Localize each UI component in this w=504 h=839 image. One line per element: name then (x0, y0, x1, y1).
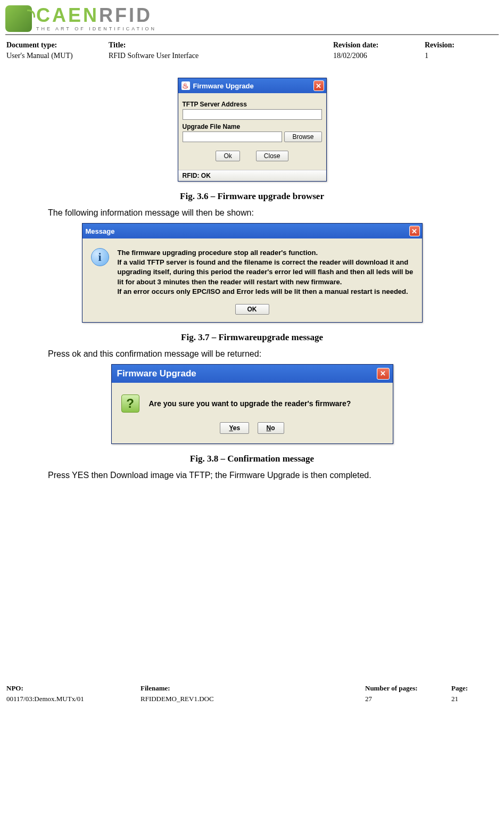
doc-type-value: User's Manual (MUT) (6, 51, 108, 61)
yes-button[interactable]: Yes (220, 422, 249, 434)
confirm-text: Are you sure you want to upgrade the rea… (149, 399, 351, 408)
tftp-label: TFTP Server Address (183, 101, 322, 108)
status-bar: RFID: OK (178, 170, 326, 181)
logo-header: CAENRFID THE ART OF IDENTIFICATION (5, 5, 499, 35)
question-icon: ? (121, 394, 139, 413)
close-icon[interactable]: ✕ (409, 226, 420, 236)
page-label: Page: (451, 684, 498, 693)
titlebar: Message ✕ (82, 224, 422, 238)
filename-label: Filename: (141, 684, 364, 693)
doc-footer-table: NPO: Filename: Number of pages: Page: 00… (5, 682, 499, 705)
ok-button[interactable]: OK (235, 304, 269, 315)
num-pages-label: Number of pages: (365, 684, 450, 693)
titlebar: Firmware Upgrade ✕ (112, 365, 393, 383)
info-icon: i (91, 248, 109, 266)
ok-button[interactable]: Ok (216, 151, 239, 161)
close-icon[interactable]: ✕ (377, 368, 390, 380)
rev-date-value: 18/02/2006 (333, 51, 424, 61)
npo-value: 00117/03:Demox.MUTx/01 (6, 694, 139, 704)
dialog-title: Message (86, 227, 115, 235)
figure-3-6-caption: Fig. 3.6 – Firmware upgrade browser (48, 191, 456, 202)
upgrade-file-label: Upgrade File Name (183, 123, 322, 130)
confirm-dialog: Firmware Upgrade ✕ ? Are you sure you wa… (111, 364, 393, 444)
doc-type-label: Document type: (6, 40, 108, 50)
paragraph-1: The following information message will t… (48, 208, 456, 218)
title-value: RFID Software User Interface (109, 51, 332, 61)
figure-3-8-caption: Fig. 3.8 – Confirmation message (48, 454, 456, 464)
doc-header-table: Document type: Title: Revision date: Rev… (5, 39, 499, 62)
title-label: Title: (109, 40, 332, 50)
revision-label: Revision: (425, 40, 498, 50)
paragraph-3: Press YES then Download image via TFTP; … (48, 471, 456, 480)
filename-value: RFIDDEMO_REV1.DOC (141, 694, 364, 704)
logo-rfid: RFID (99, 4, 152, 26)
close-icon[interactable]: ✕ (313, 80, 324, 91)
dialog-title: Firmware Upgrade (117, 368, 196, 379)
browse-button[interactable]: Browse (284, 131, 321, 142)
dialog-title: Firmware Upgrade (193, 82, 254, 90)
msg-line-3: If an error occurs only EPC/ISO and Erro… (118, 287, 414, 297)
num-pages-value: 27 (365, 694, 450, 704)
msg-line-1: The firmware upgrading procedure stop al… (118, 248, 414, 258)
firmware-upgrade-dialog: ♨ Firmware Upgrade ✕ TFTP Server Address… (178, 78, 327, 182)
upgrade-file-input[interactable] (183, 131, 283, 142)
logo-caen: CAEN (36, 4, 99, 26)
message-dialog: Message ✕ i The firmware upgrading proce… (82, 223, 423, 323)
titlebar: ♨ Firmware Upgrade ✕ (178, 78, 326, 93)
revision-value: 1 (425, 51, 498, 61)
message-text: The firmware upgrading procedure stop al… (118, 248, 414, 297)
npo-label: NPO: (6, 684, 139, 693)
logo-tagline: THE ART OF IDENTIFICATION (36, 26, 156, 31)
rev-date-label: Revision date: (333, 40, 424, 50)
paragraph-2: Press ok and this confirmation message w… (48, 349, 456, 359)
java-icon: ♨ (181, 81, 190, 90)
figure-3-7-caption: Fig. 3.7 – Firmwareupgrade message (48, 332, 456, 343)
no-button[interactable]: No (258, 422, 284, 434)
logo-mark (5, 5, 32, 32)
page-value: 21 (451, 694, 498, 704)
tftp-input[interactable] (183, 109, 322, 120)
msg-line-2: If a valid TFTP server is found and the … (118, 258, 414, 287)
close-button[interactable]: Close (256, 151, 288, 161)
